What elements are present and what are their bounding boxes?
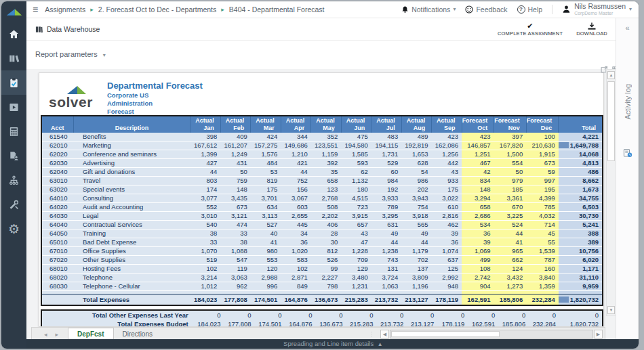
forecast-cell[interactable]: 423 <box>462 133 494 141</box>
forecast-cell[interactable]: 4,399 <box>526 194 559 203</box>
sidebar-item-report-player[interactable] <box>1 95 26 119</box>
forecast-cell[interactable]: 42 <box>462 168 494 177</box>
forecast-cell[interactable]: 41 <box>494 238 527 247</box>
forecast-cell[interactable]: 1,069 <box>462 247 494 256</box>
actual-cell: 137 <box>401 265 431 274</box>
forecast-cell[interactable]: 3,294 <box>462 194 494 203</box>
forecast-cell[interactable]: 124 <box>494 265 527 274</box>
forecast-cell[interactable]: 397 <box>494 133 527 141</box>
forecast-cell[interactable]: 55 <box>526 238 559 247</box>
forecast-cell[interactable]: 965 <box>494 247 527 256</box>
forecast-cell[interactable]: 39 <box>462 238 494 247</box>
forecast-cell[interactable]: 714 <box>526 221 559 229</box>
breadcrumb-report[interactable]: B404 - Departmental Forecast <box>229 5 325 14</box>
forecast-cell[interactable]: 59 <box>526 168 559 177</box>
sidebar-item-calculator[interactable] <box>1 119 26 144</box>
forecast-cell[interactable]: 787 <box>526 256 559 265</box>
avatar-icon <box>562 5 571 14</box>
forecast-cell[interactable]: 524 <box>494 221 527 229</box>
breadcrumb-forecast[interactable]: 2. Forecast Oct to Dec - Departments <box>98 5 216 14</box>
tab-depfcst-label: DepFcst <box>77 330 104 338</box>
forecast-cell[interactable]: 3,361 <box>494 194 527 203</box>
forecast-cell[interactable]: 44 <box>494 229 527 238</box>
forecast-cell[interactable]: 1,915 <box>526 150 559 159</box>
sidebar-item-assignments[interactable] <box>1 70 26 95</box>
forecast-cell[interactable]: 3,840 <box>526 274 559 282</box>
forecast-cell[interactable]: 185 <box>494 185 527 194</box>
feedback-button[interactable]: Feedback <box>465 5 507 14</box>
scroll-up-button[interactable]: ▲ <box>607 71 615 79</box>
forecast-cell[interactable]: 3,432 <box>494 274 527 282</box>
forecast-cell[interactable]: 1,539 <box>526 247 559 256</box>
forecast-cell[interactable]: 658 <box>462 203 494 212</box>
user-menu[interactable]: Nils Rasmussen CorpDemo Master ▾ <box>562 3 632 16</box>
forecast-cell[interactable]: 1,359 <box>526 282 559 291</box>
actual-cell: 553 <box>251 256 281 265</box>
horizontal-scrollbar-thumb[interactable] <box>391 331 500 337</box>
forecast-cell[interactable]: 1,251 <box>462 150 494 159</box>
forecast-cell[interactable]: 834 <box>462 177 494 185</box>
actual-cell: 409 <box>220 133 250 141</box>
forecast-cell[interactable]: 670 <box>494 203 527 212</box>
collapse-panel-icon[interactable]: « <box>616 24 639 32</box>
forecast-cell[interactable]: 1,500 <box>494 150 527 159</box>
forecast-cell[interactable]: 195 <box>526 185 559 194</box>
forecast-cell[interactable]: 1,273 <box>494 282 527 291</box>
activity-log-label[interactable]: Activity log <box>624 84 632 120</box>
forecast-cell[interactable]: 148 <box>462 185 494 194</box>
report-parameters-toggle[interactable]: Report parameters ▾ <box>35 50 106 58</box>
sheet-prev-icon[interactable]: ◂ <box>44 331 47 338</box>
horizontal-scrollbar[interactable] <box>390 330 593 338</box>
spreading-panel-label: Spreading and Line item details <box>283 339 374 349</box>
download-button[interactable]: DOWNLOAD <box>576 22 607 37</box>
forecast-cell[interactable]: 146,857 <box>462 141 494 150</box>
sidebar-item-hierarchy[interactable] <box>1 168 26 192</box>
sidebar-item-settings[interactable]: ⚙ <box>1 217 26 241</box>
sidebar-item-home[interactable] <box>1 22 26 46</box>
forecast-cell[interactable]: 499 <box>462 256 494 265</box>
forecast-cell[interactable]: 904 <box>462 282 494 291</box>
forecast-cell[interactable]: 2,742 <box>462 274 494 282</box>
sidebar-item-library[interactable] <box>1 46 26 70</box>
complete-assignment-button[interactable]: ✔ COMPLETE ASSIGNMENT <box>498 22 563 37</box>
spreading-panel-toggle[interactable]: Spreading and Line item details ▴ <box>26 339 639 349</box>
forecast-cell[interactable]: 100 <box>526 133 559 141</box>
forecast-cell[interactable]: 979 <box>494 177 527 185</box>
forecast-cell[interactable]: 4,032 <box>526 212 559 221</box>
forecast-cell[interactable]: 210,630 <box>526 141 559 150</box>
forecast-cell[interactable]: 785 <box>526 203 559 212</box>
sheet-next-icon[interactable]: ▸ <box>56 331 59 338</box>
forecast-cell[interactable]: 160 <box>526 265 559 274</box>
forecast-cell[interactable]: 673 <box>526 159 559 168</box>
splitter-handle[interactable]: ⋮ <box>369 331 375 337</box>
forecast-cell[interactable]: 167,820 <box>494 141 527 150</box>
forecast-cell[interactable]: 997 <box>526 177 559 185</box>
forecast-cell[interactable]: 534 <box>462 221 494 229</box>
forecast-cell[interactable]: 50 <box>494 168 527 177</box>
scroll-down-button[interactable]: ▼ <box>607 306 615 314</box>
actual-cell: 60 <box>371 168 401 177</box>
notifications-button[interactable]: Notifications ▾ <box>401 5 456 14</box>
forecast-cell[interactable]: 554 <box>494 159 527 168</box>
help-button[interactable]: ? Help <box>517 5 543 14</box>
hscroll-right-button[interactable]: ▶ <box>594 330 603 338</box>
actual-cell: 1,653 <box>401 150 431 159</box>
forecast-cell[interactable]: 108 <box>462 265 494 274</box>
forecast-cell[interactable]: 2,686 <box>462 212 494 221</box>
activity-log-icon[interactable] <box>616 148 639 158</box>
sidebar-item-tools[interactable] <box>1 192 26 217</box>
sidebar-item-documents[interactable] <box>1 144 26 168</box>
vertical-scrollbar[interactable]: ▲ ▼ <box>606 69 616 316</box>
forecast-cell[interactable]: 36 <box>462 229 494 238</box>
hamburger-menu-icon[interactable]: ≡ <box>26 4 45 15</box>
tab-directions-label: Directions <box>123 330 153 338</box>
app-logo[interactable] <box>1 1 26 22</box>
forecast-cell[interactable]: 3,225 <box>494 212 527 221</box>
forecast-cell[interactable]: 662 <box>494 256 527 265</box>
hscroll-left-button[interactable]: ◀ <box>380 330 389 338</box>
forecast-cell[interactable]: 467 <box>462 159 494 168</box>
actual-cell: 44 <box>281 168 310 177</box>
vertical-scrollbar-thumb[interactable] <box>607 81 615 161</box>
forecast-cell[interactable]: 45 <box>526 229 559 238</box>
breadcrumb-assignments[interactable]: Assignments <box>45 5 85 14</box>
